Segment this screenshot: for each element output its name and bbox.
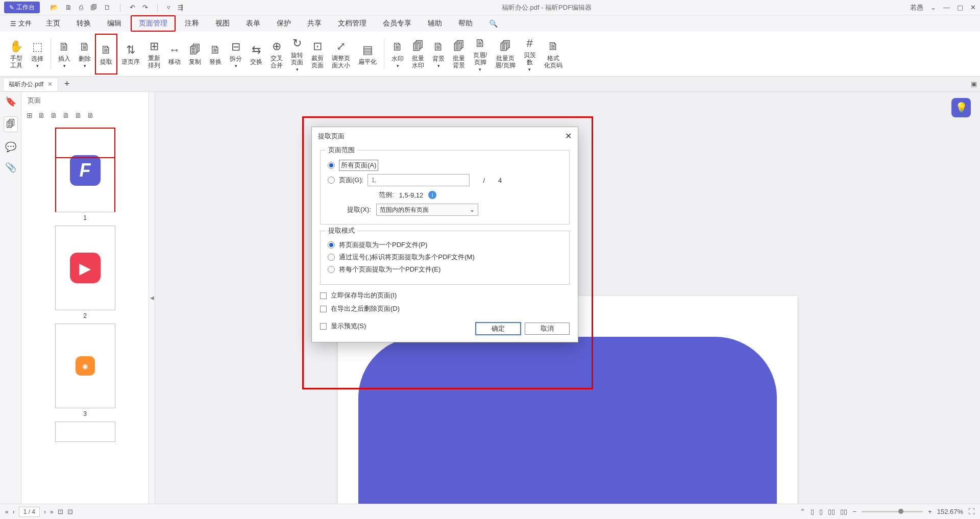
format-pagenum-button[interactable]: 🗎格式化页码	[540, 34, 567, 75]
copy-button[interactable]: 🗐复制	[185, 34, 205, 75]
batch-header-button[interactable]: 🗐批量页眉/页脚	[491, 34, 519, 75]
zoom-value[interactable]: 152.67%	[937, 508, 963, 515]
add-tab-button[interactable]: +	[64, 79, 70, 89]
menu-accessibility[interactable]: 辅助	[421, 16, 449, 31]
menu-page-management[interactable]: 页面管理	[131, 15, 176, 32]
info-icon[interactable]: i	[428, 191, 436, 199]
maximize-icon[interactable]: ▢	[957, 4, 963, 11]
replace-button[interactable]: 🗎替换	[205, 34, 226, 75]
comments-icon[interactable]: 💬	[5, 141, 16, 153]
hand-tool[interactable]: ✋手型工具	[5, 34, 27, 75]
header-footer-button[interactable]: 🗎页眉/页脚▾	[469, 34, 491, 75]
pages-input[interactable]	[368, 174, 470, 186]
page-thumb-2[interactable]: ▶	[55, 226, 115, 310]
menu-convert[interactable]: 转换	[69, 16, 98, 31]
menu-edit[interactable]: 编辑	[100, 16, 129, 31]
hint-bulb-button[interactable]: 💡	[951, 98, 971, 117]
nav-icon[interactable]: ⊡	[67, 508, 73, 515]
user-name[interactable]: 若愚	[910, 3, 923, 12]
undo-icon[interactable]: ↶	[130, 4, 135, 12]
new-icon[interactable]: 🗋	[104, 4, 111, 12]
reverse-button[interactable]: ⇅逆页序	[117, 34, 144, 75]
attachments-icon[interactable]: 📎	[5, 162, 16, 173]
redo-icon[interactable]: ↷	[142, 4, 148, 12]
move-button[interactable]: ↔移动	[164, 34, 185, 75]
page-indicator[interactable]: 1 / 4	[19, 507, 40, 517]
view-continuous-icon[interactable]: ▯	[819, 508, 823, 515]
radio-mode-comma[interactable]	[328, 254, 335, 261]
more-icon[interactable]: ⇶	[178, 4, 183, 12]
page-thumb-1[interactable]: F	[55, 128, 115, 212]
show-preview-row[interactable]: 显示预览(S)	[320, 322, 476, 331]
checkbox-delete-after[interactable]	[320, 306, 327, 312]
radio-pages[interactable]	[328, 177, 335, 184]
tool-icon[interactable]: 🗎	[38, 111, 45, 119]
background-button[interactable]: 🗎背景▾	[428, 34, 449, 75]
menu-comment[interactable]: 注释	[178, 16, 206, 31]
thumb-item[interactable]: F 1	[55, 128, 115, 221]
radio-all-pages[interactable]	[328, 162, 335, 169]
thumb-item[interactable]: ◉ 3	[55, 324, 115, 417]
view-cfacing-icon[interactable]: ▯▯	[840, 508, 847, 515]
resize-button[interactable]: ⤢调整页面大小	[328, 34, 354, 75]
dialog-close-icon[interactable]: ✕	[565, 131, 572, 141]
mode-single-row[interactable]: 将页面提取为一个PDF文件(P)	[328, 240, 562, 250]
tool-icon[interactable]: ⊞	[27, 111, 33, 119]
insert-button[interactable]: 🗎插入▾	[54, 34, 75, 75]
tool-icon[interactable]: 🗎	[50, 111, 57, 119]
extract-select[interactable]: 范围内的所有页面 ⌄	[376, 204, 478, 216]
open-icon[interactable]: 📂	[50, 4, 58, 12]
rearrange-button[interactable]: ⊞重新排列	[144, 34, 164, 75]
view-facing-icon[interactable]: ▯▯	[828, 508, 835, 515]
close-icon[interactable]: ✕	[970, 4, 976, 11]
watermark-button[interactable]: 🗎水印▾	[387, 34, 408, 75]
zoom-out-icon[interactable]: −	[852, 508, 856, 515]
fullscreen-icon[interactable]: ⛶	[968, 508, 975, 515]
zoom-in-icon[interactable]: +	[928, 508, 932, 515]
menu-form[interactable]: 表单	[239, 16, 267, 31]
extract-button[interactable]: 🗎提取	[95, 34, 117, 75]
first-page-icon[interactable]: «	[5, 508, 9, 515]
file-menu[interactable]: ☰ 文件	[5, 16, 37, 31]
delete-button[interactable]: 🗎删除▾	[75, 34, 95, 75]
page-thumb-4[interactable]	[55, 422, 115, 442]
pages-icon[interactable]: 🗐	[4, 116, 18, 132]
save-now-row[interactable]: 立即保存导出的页面(I)	[320, 291, 570, 300]
print-icon[interactable]: ⎙	[79, 4, 83, 12]
menu-doc-management[interactable]: 文档管理	[331, 16, 374, 31]
pages-radio-row[interactable]: 页面(G): / 4	[328, 174, 562, 186]
rotate-button[interactable]: ↻旋转页面▾	[287, 34, 307, 75]
menu-share[interactable]: 共享	[300, 16, 329, 31]
cross-merge-button[interactable]: ⊕交叉合并	[266, 34, 287, 75]
bookmark-icon[interactable]: 🔖	[5, 96, 16, 107]
nav-icon[interactable]: ⊡	[58, 508, 63, 515]
radio-mode-each[interactable]	[328, 266, 335, 273]
tool-icon[interactable]: 🗎	[75, 111, 82, 119]
batch-background-button[interactable]: 🗐批量背景	[449, 34, 469, 75]
crop-button[interactable]: ⊡裁剪页面	[307, 34, 328, 75]
checkbox-save-now[interactable]	[320, 292, 327, 299]
tool-icon[interactable]: 🗎	[62, 111, 69, 119]
view-single-icon[interactable]: ▯	[811, 508, 814, 515]
zoom-thumb[interactable]	[898, 509, 903, 514]
select-tool[interactable]: ⬚选择▾	[27, 34, 47, 75]
zoom-slider[interactable]	[862, 511, 923, 512]
menu-home[interactable]: 主页	[39, 16, 67, 31]
mode-each-row[interactable]: 将每个页面提取为一个PDF文件(E)	[328, 265, 562, 274]
dropdown-icon[interactable]: ▿	[167, 4, 170, 12]
save-icon[interactable]: 🗎	[65, 4, 72, 12]
thumb-item[interactable]: ▶ 2	[55, 226, 115, 319]
export-icon[interactable]: 🗐	[90, 4, 97, 12]
bates-button[interactable]: #贝茨数▾	[520, 34, 540, 75]
all-pages-radio-row[interactable]: 所有页面(A)	[328, 160, 562, 171]
split-button[interactable]: ⊟拆分▾	[226, 34, 246, 75]
last-page-icon[interactable]: »	[50, 508, 54, 515]
tool-icon[interactable]: 🗎	[87, 111, 94, 119]
checkbox-show-preview[interactable]	[320, 323, 327, 330]
flatten-button[interactable]: ▤扁平化	[354, 34, 381, 75]
page-thumb-3[interactable]: ◉	[55, 324, 115, 408]
panel-toggle-icon[interactable]: ▣	[971, 80, 977, 88]
thumb-item[interactable]	[55, 422, 115, 442]
next-page-icon[interactable]: ›	[44, 508, 46, 515]
ok-button[interactable]: 确定	[476, 323, 521, 335]
